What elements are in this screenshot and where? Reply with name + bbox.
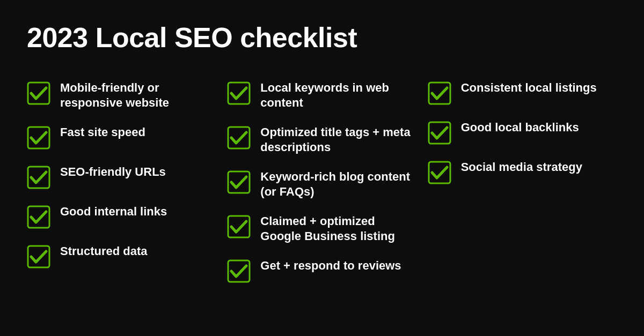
item-text-social-media: Social media strategy: [461, 160, 582, 175]
column-2: Local keywords in web content Optimized …: [227, 73, 416, 290]
checklist-item-local-listings: Consistent local listings: [428, 73, 617, 113]
item-text-title-tags: Optimized title tags + meta descriptions: [260, 125, 416, 154]
checklist-item-structured-data: Structured data: [27, 236, 216, 276]
checkmark-icon-structured-data: [27, 245, 50, 268]
checklist-item-local-keywords: Local keywords in web content: [227, 73, 416, 117]
item-text-seo-urls: SEO-friendly URLs: [60, 165, 166, 180]
item-text-reviews: Get + respond to reviews: [260, 258, 401, 273]
column-3: Consistent local listings Good local bac…: [428, 73, 617, 290]
checklist-item-internal-links: Good internal links: [27, 197, 216, 236]
checkmark-icon-blog-content: [227, 170, 251, 194]
checklist-item-social-media: Social media strategy: [428, 152, 617, 192]
page-title: 2023 Local SEO checklist: [27, 21, 617, 54]
item-text-local-listings: Consistent local listings: [461, 80, 597, 95]
checkmark-icon-reviews: [227, 259, 251, 283]
column-1: Mobile-friendly or responsive website Fa…: [27, 73, 216, 290]
checkmark-icon-fast-site-speed: [27, 126, 50, 150]
item-text-google-business: Claimed + optimized Google Business list…: [260, 214, 416, 243]
checkmark-icon-local-keywords: [227, 81, 251, 105]
page-container: 2023 Local SEO checklist Mobile-friendly…: [0, 0, 644, 336]
checkmark-icon-social-media: [428, 161, 451, 184]
item-text-local-backlinks: Good local backlinks: [461, 120, 579, 135]
checkmark-icon-local-backlinks: [428, 121, 451, 145]
item-text-structured-data: Structured data: [60, 244, 148, 259]
checklist-item-title-tags: Optimized title tags + meta descriptions: [227, 117, 416, 162]
item-text-local-keywords: Local keywords in web content: [260, 80, 416, 110]
item-text-mobile-friendly: Mobile-friendly or responsive website: [60, 80, 216, 110]
item-text-blog-content: Keyword-rich blog content (or FAQs): [260, 169, 416, 199]
checkmark-icon-title-tags: [227, 126, 251, 150]
checklist-item-reviews: Get + respond to reviews: [227, 251, 416, 290]
checklist-item-google-business: Claimed + optimized Google Business list…: [227, 206, 416, 251]
checkmark-icon-google-business: [227, 215, 251, 238]
checkmark-icon-seo-urls: [27, 166, 50, 189]
checklist-item-local-backlinks: Good local backlinks: [428, 113, 617, 152]
checkmark-icon-internal-links: [27, 205, 50, 229]
checkmark-icon-mobile-friendly: [27, 81, 50, 105]
item-text-internal-links: Good internal links: [60, 204, 167, 219]
item-text-fast-site-speed: Fast site speed: [60, 125, 145, 140]
checkmark-icon-local-listings: [428, 81, 451, 105]
checklist-item-blog-content: Keyword-rich blog content (or FAQs): [227, 162, 416, 206]
checklist-grid: Mobile-friendly or responsive website Fa…: [27, 73, 617, 290]
checklist-item-fast-site-speed: Fast site speed: [27, 117, 216, 157]
checklist-item-seo-urls: SEO-friendly URLs: [27, 157, 216, 197]
checklist-item-mobile-friendly: Mobile-friendly or responsive website: [27, 73, 216, 117]
